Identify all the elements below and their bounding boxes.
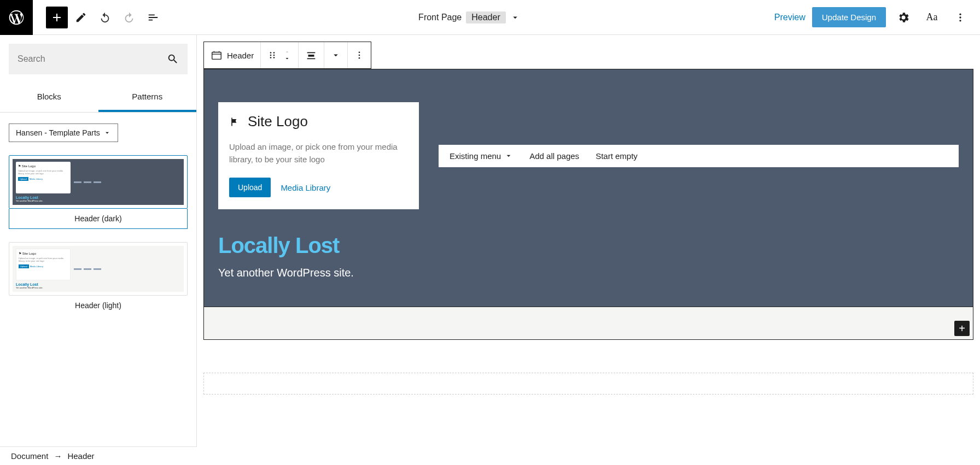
block-type-label: Header xyxy=(227,51,254,60)
navigation-placeholder[interactable]: Existing menu Add all pages Start empty xyxy=(439,145,959,167)
block-type-button[interactable]: Header xyxy=(204,42,261,68)
start-empty-button[interactable]: Start empty xyxy=(596,151,638,161)
search-input[interactable] xyxy=(18,54,167,64)
pattern-label: Header (light) xyxy=(9,296,188,315)
breadcrumb-document[interactable]: Document xyxy=(11,451,48,461)
site-logo-placeholder[interactable]: Site Logo Upload an image, or pick one f… xyxy=(218,102,419,209)
svg-point-7 xyxy=(273,52,275,54)
block-more-button[interactable] xyxy=(348,42,371,68)
flag-icon xyxy=(229,116,240,127)
svg-rect-3 xyxy=(212,52,221,60)
undo-icon xyxy=(99,11,111,23)
add-all-pages-button[interactable]: Add all pages xyxy=(529,151,579,161)
list-icon xyxy=(147,11,159,23)
move-down-icon[interactable] xyxy=(283,55,291,62)
tab-patterns[interactable]: Patterns xyxy=(98,83,197,112)
replace-button[interactable] xyxy=(324,42,348,68)
more-vertical-icon xyxy=(955,12,966,23)
pattern-category-dropdown[interactable]: Hansen - Template Parts xyxy=(9,123,118,142)
settings-button[interactable] xyxy=(892,7,914,28)
update-design-button[interactable]: Update Design xyxy=(812,7,886,27)
svg-point-12 xyxy=(359,57,360,59)
add-block-inline-button[interactable]: + xyxy=(954,321,970,336)
gear-icon xyxy=(897,11,910,24)
svg-point-8 xyxy=(273,55,275,56)
svg-point-2 xyxy=(959,20,961,21)
wp-logo[interactable] xyxy=(0,0,33,35)
tab-blocks[interactable]: Blocks xyxy=(0,83,98,112)
dropdown-label: Hansen - Template Parts xyxy=(16,128,100,137)
list-view-button[interactable] xyxy=(142,7,164,28)
more-options-button[interactable] xyxy=(949,7,971,28)
inserter-tabs: Blocks Patterns xyxy=(0,83,196,113)
chevron-down-icon xyxy=(331,50,341,60)
svg-point-1 xyxy=(959,16,961,18)
site-logo-description: Upload an image, or pick one from your m… xyxy=(229,141,408,166)
upload-button[interactable]: Upload xyxy=(229,178,271,197)
editor-canvas: Header xyxy=(197,35,980,450)
plus-icon xyxy=(50,11,63,24)
svg-point-5 xyxy=(270,55,272,56)
drag-handle-icon[interactable] xyxy=(267,50,277,60)
svg-point-6 xyxy=(270,57,272,58)
header-template-part[interactable]: Site Logo Upload an image, or pick one f… xyxy=(203,69,973,307)
move-up-icon[interactable] xyxy=(283,49,291,55)
empty-block-placeholder[interactable] xyxy=(203,373,973,395)
existing-menu-button[interactable]: Existing menu xyxy=(450,151,513,161)
pattern-header-light[interactable]: ⚑ Site Logo Upload an image, or pick one… xyxy=(9,242,188,315)
search-box[interactable] xyxy=(9,44,188,74)
chevron-down-icon[interactable] xyxy=(510,13,520,22)
block-breadcrumb: Document → Header xyxy=(0,446,197,465)
media-library-button[interactable]: Media Library xyxy=(281,183,330,192)
styles-button[interactable]: Aa xyxy=(921,7,943,28)
pattern-label: Header (dark) xyxy=(9,209,188,229)
site-tagline[interactable]: Yet another WordPress site. xyxy=(218,267,959,279)
pattern-header-dark[interactable]: ⚑ Site Logo Upload an image, or pick one… xyxy=(9,155,188,229)
add-block-button[interactable] xyxy=(46,7,68,28)
search-icon xyxy=(167,53,179,65)
align-icon xyxy=(305,49,317,61)
block-inserter-panel: Blocks Patterns Hansen - Template Parts … xyxy=(0,35,197,450)
wordpress-icon xyxy=(8,9,25,26)
svg-point-11 xyxy=(359,55,360,56)
block-toolbar: Header xyxy=(203,42,371,69)
chevron-down-icon xyxy=(504,151,513,160)
redo-icon xyxy=(123,11,135,23)
chevron-down-icon xyxy=(103,129,111,137)
svg-point-9 xyxy=(273,57,275,58)
top-toolbar: Front Page Header Preview Update Design … xyxy=(0,0,980,35)
redo-button[interactable] xyxy=(118,7,140,28)
site-logo-title: Site Logo xyxy=(248,113,308,130)
template-part-badge[interactable]: Header xyxy=(466,11,505,23)
undo-button[interactable] xyxy=(94,7,116,28)
breadcrumb-current[interactable]: Header xyxy=(67,451,94,461)
svg-point-10 xyxy=(359,51,360,53)
more-vertical-icon xyxy=(354,50,364,60)
svg-point-0 xyxy=(959,13,961,15)
block-appender-area: + xyxy=(203,307,973,340)
svg-point-4 xyxy=(270,52,272,54)
document-label: Front Page xyxy=(418,13,462,22)
pencil-icon xyxy=(75,11,87,23)
header-block-icon xyxy=(211,49,223,61)
preview-button[interactable]: Preview xyxy=(774,13,806,22)
align-button[interactable] xyxy=(299,42,324,68)
site-title[interactable]: Locally Lost xyxy=(218,233,959,258)
edit-mode-button[interactable] xyxy=(70,7,92,28)
breadcrumb-separator: → xyxy=(54,451,62,461)
